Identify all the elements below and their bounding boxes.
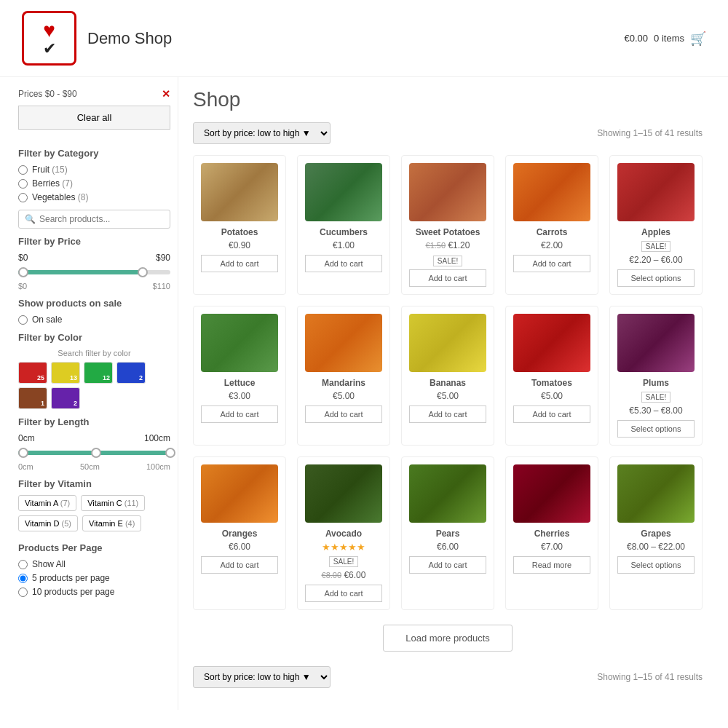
length-slider-track[interactable] [18, 451, 170, 455]
vitamin-e-tag[interactable]: Vitamin E (4) [82, 515, 141, 531]
vitamin-c-tag[interactable]: Vitamin C (11) [81, 495, 145, 511]
price-slider-thumb-left[interactable] [18, 267, 28, 277]
add-to-cart-potatoes[interactable]: Add to cart [201, 255, 278, 272]
sale-badge: SALE! [329, 556, 358, 567]
price-axis: $0 $110 [18, 282, 170, 290]
product-price: €2.20 – €6.00 [617, 255, 695, 265]
product-name: Bananas [409, 378, 486, 388]
shop-name: Demo Shop [87, 29, 172, 48]
product-grapes: Grapes €8.00 – €22.00 Select options [609, 456, 703, 610]
product-sweet-potatoes: Sweet Potatoes €1.50 €1.20 SALE! Add to … [401, 155, 494, 295]
clear-all-button[interactable]: Clear all [18, 106, 170, 130]
select-options-plums[interactable]: Select options [617, 420, 695, 438]
product-image-plums[interactable] [617, 314, 695, 372]
cart-area[interactable]: €0.00 0 items 🛒 [625, 31, 706, 47]
category-vegetables[interactable]: Vegetables (8) [18, 192, 170, 202]
product-oranges: Oranges €6.00 Add to cart [193, 456, 286, 610]
length-thumb-left[interactable] [18, 448, 28, 458]
length-axis-50: 50cm [80, 462, 100, 471]
color-swatch-purple[interactable]: 2 [51, 387, 80, 409]
per-page-all[interactable]: Show All [18, 559, 170, 569]
read-more-cherries[interactable]: Read more [513, 556, 590, 574]
vitamin-a-tag[interactable]: Vitamin A (7) [18, 495, 76, 511]
product-image-cucumbers[interactable] [305, 163, 382, 221]
color-swatch-blue[interactable]: 2 [116, 362, 146, 384]
product-apples: Apples SALE! €2.20 – €6.00 Select option… [609, 155, 703, 295]
price-slider-thumb-right[interactable] [138, 267, 148, 277]
select-options-apples[interactable]: Select options [617, 269, 695, 287]
on-sale-label[interactable]: On sale [18, 314, 170, 325]
category-fruit[interactable]: Fruit (15) [18, 165, 170, 175]
load-more-button[interactable]: Load more products [383, 625, 513, 652]
results-text: Showing 1–15 of 41 results [597, 128, 703, 138]
add-to-cart-pears[interactable]: Add to cart [409, 556, 486, 574]
product-price: €6.00 [409, 542, 486, 552]
color-swatch-brown[interactable]: 1 [18, 387, 47, 409]
add-to-cart-cucumbers[interactable]: Add to cart [305, 255, 382, 272]
filter-length-title: Filter by Length [18, 416, 170, 427]
add-to-cart-mandarins[interactable]: Add to cart [305, 405, 382, 423]
color-swatch-green[interactable]: 12 [84, 362, 113, 384]
product-image-oranges[interactable] [201, 464, 278, 523]
sort-select[interactable]: Sort by price: low to high ▼ Sort by pri… [193, 122, 331, 144]
price-range-labels: $0 $90 [18, 253, 170, 263]
length-thumb-right[interactable] [165, 448, 175, 458]
results-text-bottom: Showing 1–15 of 41 results [597, 672, 703, 682]
add-to-cart-lettuce[interactable]: Add to cart [201, 405, 278, 423]
header: ♥ ✔ Demo Shop €0.00 0 items 🛒 [0, 0, 728, 77]
color-swatch-red[interactable]: 25 [18, 362, 47, 384]
length-range-labels: 0cm 100cm [18, 433, 170, 443]
cart-icon[interactable]: 🛒 [690, 31, 706, 47]
add-to-cart-avocado[interactable]: Add to cart [305, 585, 382, 602]
product-name: Tomatoes [513, 378, 590, 388]
color-swatch-yellow[interactable]: 13 [51, 362, 80, 384]
category-berries[interactable]: Berries (7) [18, 178, 170, 189]
sort-select-bottom[interactable]: Sort by price: low to high ▼ Sort by pri… [193, 666, 331, 688]
load-more-row: Load more products [193, 625, 703, 652]
product-price: €8.00 – €22.00 [617, 542, 695, 552]
product-image-lettuce[interactable] [201, 314, 278, 372]
add-to-cart-bananas[interactable]: Add to cart [409, 405, 486, 423]
product-image-potatoes[interactable] [201, 163, 278, 221]
product-image-avocado[interactable] [305, 464, 382, 523]
per-page-10[interactable]: 10 products per page [18, 587, 170, 597]
product-search-box[interactable]: 🔍 [18, 210, 170, 229]
product-image-cherries[interactable] [513, 464, 590, 523]
per-page-5[interactable]: 5 products per page [18, 573, 170, 583]
select-options-grapes[interactable]: Select options [617, 556, 695, 574]
product-price: €7.00 [513, 542, 590, 552]
product-name: Cucumbers [305, 227, 382, 237]
length-min-label: 0cm [18, 433, 35, 443]
product-name: Lettuce [201, 378, 278, 388]
filter-category-title: Filter by Category [18, 148, 170, 159]
product-image-apples[interactable] [617, 163, 695, 221]
product-name: Potatoes [201, 227, 278, 237]
product-image-tomatoes[interactable] [513, 314, 590, 372]
add-to-cart-oranges[interactable]: Add to cart [201, 556, 278, 574]
add-to-cart-tomatoes[interactable]: Add to cart [513, 405, 590, 423]
vitamin-d-tag[interactable]: Vitamin D (5) [18, 515, 78, 531]
per-page-title: Products Per Page [18, 542, 170, 553]
product-price: €1.50 €1.20 [409, 240, 486, 250]
product-image-bananas[interactable] [409, 314, 486, 372]
length-thumb-mid[interactable] [91, 448, 101, 458]
price-axis-min: $0 [18, 282, 27, 290]
product-tomatoes: Tomatoes €5.00 Add to cart [505, 306, 598, 446]
add-to-cart-carrots[interactable]: Add to cart [513, 255, 590, 272]
price-filter-remove[interactable]: ✕ [162, 88, 170, 100]
product-image-sweet-potatoes[interactable] [409, 163, 486, 221]
logo[interactable]: ♥ ✔ [22, 11, 76, 66]
product-name: Oranges [201, 529, 278, 539]
add-to-cart-sweet-potatoes[interactable]: Add to cart [409, 269, 486, 287]
length-axis-0: 0cm [18, 462, 33, 471]
product-image-mandarins[interactable] [305, 314, 382, 372]
product-cherries: Cherries €7.00 Read more [505, 456, 598, 610]
product-image-carrots[interactable] [513, 163, 590, 221]
price-slider-track[interactable] [18, 270, 170, 274]
product-image-pears[interactable] [409, 464, 486, 523]
product-image-grapes[interactable] [617, 464, 695, 523]
search-input[interactable] [39, 214, 164, 224]
price-filter-tag: Prices $0 - $90 ✕ [18, 88, 170, 100]
product-potatoes: Potatoes €0.90 Add to cart [193, 155, 286, 295]
sale-badge: SALE! [641, 392, 670, 403]
